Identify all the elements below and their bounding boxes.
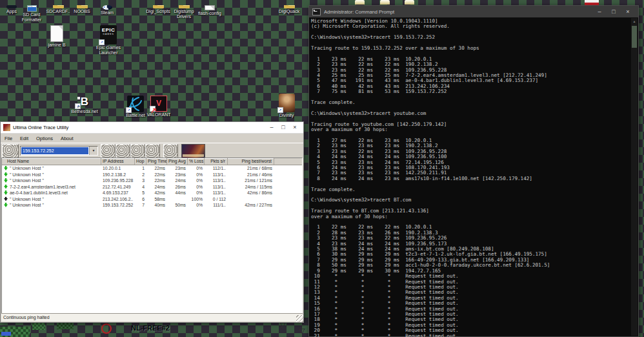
chevron-down-icon[interactable]: ▼ — [89, 147, 97, 155]
toolbar-sketch-button-3[interactable] — [130, 144, 145, 158]
ping-time-cell: 22ms — [146, 172, 167, 178]
minimize-button[interactable]: – — [592, 6, 607, 17]
hop-cell: 3 — [135, 178, 146, 184]
desktop-icon-divinity[interactable]: ↗ Divinity — [270, 94, 303, 118]
folder-icon[interactable] — [355, 0, 365, 5]
uo-banner-button[interactable] — [181, 144, 205, 158]
pkts-cell: 112/1.. — [205, 165, 228, 172]
title-bar[interactable]: Ultima Online Trace Utility – □ × — [1, 122, 303, 134]
toolbar-sketch-button-1[interactable] — [101, 144, 116, 158]
table-row[interactable]: " Unknown Host "213.242.106.2..658ms100%… — [2, 196, 302, 203]
desktop-icon-bethesda[interactable]: B↗ Bethesda.net — [68, 96, 101, 114]
loss-cell: 0% — [188, 190, 205, 196]
ping-time-cell: 22ms — [146, 165, 167, 172]
ping-time-cell: 58ms — [146, 196, 167, 203]
table-row[interactable]: " Unknown Host "109.236.95.228322ms24ms0… — [2, 178, 302, 184]
column-header-ip[interactable]: IP Address — [101, 158, 135, 165]
table-row[interactable]: " Unknown Host "159.153.72.252740ms50ms0… — [2, 202, 302, 209]
minimize-button[interactable]: – — [266, 123, 277, 132]
window-title: Administrator: Command Prompt — [324, 9, 592, 15]
host-name-cell: " Unknown Host " — [2, 196, 101, 203]
menu-about[interactable]: About — [57, 136, 77, 141]
host-ok-icon — [4, 190, 8, 195]
desktop-icon-valorant[interactable]: V↗ VALORANT — [142, 96, 176, 117]
menu-bar: File Edit Options About — [1, 134, 303, 143]
folder-icon[interactable] — [380, 0, 390, 5]
ping-avg-cell: 26ms — [167, 184, 188, 190]
menu-edit[interactable]: Edit — [16, 136, 32, 141]
host-name-cell: " Unknown Host " — [2, 202, 101, 209]
ping-avg-cell: 23ms — [167, 165, 188, 172]
console-text[interactable]: Microsoft Windows [Version 10.0.19043.11… — [309, 17, 638, 337]
host-name-cell: ae-0-4.bar1.dublin1.level3.net — [2, 190, 101, 196]
desktop-icon-flash-config[interactable]: flash-config — [193, 5, 226, 16]
table-row[interactable]: ae-0-4.bar1.dublin1.level3.net4.69.153.2… — [2, 190, 302, 196]
loss-cell: 0% — [188, 184, 205, 190]
menu-options[interactable]: Options — [32, 136, 57, 141]
host-ok-icon — [4, 172, 8, 177]
best-worst-cell: 21ms / 121ms — [228, 178, 274, 184]
scrollbar-thumb[interactable] — [632, 26, 637, 48]
bethesda-icon: B↗ — [76, 96, 93, 108]
host-name-cell: " Unknown Host " — [2, 178, 101, 184]
trace-utility-window: Ultima Online Trace Utility – □ × File E… — [0, 121, 304, 323]
table-row[interactable]: 7-2-2.ear4.amsterdam1.level3.net212.72.4… — [2, 184, 302, 190]
maximize-button[interactable]: □ — [277, 123, 289, 132]
resize-grip[interactable] — [296, 315, 303, 322]
column-header-pkts[interactable]: Pkts s/r — [205, 158, 228, 165]
command-prompt-window: Administrator: Command Prompt – □ × Micr… — [308, 5, 639, 337]
host-ok-icon — [4, 178, 8, 183]
steam-icon: ↗ — [103, 5, 112, 10]
column-header-loss[interactable]: % Loss — [188, 158, 205, 165]
maximize-button[interactable]: □ — [607, 6, 621, 17]
address-combobox[interactable]: 159.153.72.252 ▼ — [20, 146, 98, 156]
table-header: Host Name IP Address Hop Ping Time Ping … — [2, 158, 302, 165]
desktop-corner-label: NL-FREE#2 — [131, 324, 170, 332]
table-row[interactable]: " Unknown Host "10.20.0.1122ms23ms0%112/… — [2, 165, 302, 172]
toolbar-sketch-button-2[interactable] — [116, 144, 130, 158]
menu-file[interactable]: File — [1, 136, 16, 141]
address-input[interactable]: 159.153.72.252 — [21, 147, 88, 154]
title-bar[interactable]: Administrator: Command Prompt – □ × — [309, 6, 638, 17]
pixel-art-decoration — [32, 323, 45, 330]
best-worst-cell: 24ms / 115ms — [228, 184, 274, 190]
red-ring-icon — [101, 323, 112, 334]
column-header-hop[interactable]: Hop — [135, 158, 146, 165]
desktop-icon-jamine-b[interactable]: jamine B — [40, 25, 74, 48]
ip-cell: 109.236.95.228 — [101, 178, 135, 184]
trace-table-body: " Unknown Host "10.20.0.1122ms23ms0%112/… — [2, 165, 302, 209]
folder-icon — [179, 5, 190, 8]
desktop-icon-steam[interactable]: ↗ Steam — [90, 5, 124, 15]
hop-cell: 4 — [135, 184, 146, 190]
table-row[interactable]: " Unknown Host "190.2.138.2222ms23ms0%11… — [2, 172, 302, 178]
column-header-ping-time[interactable]: Ping Time — [146, 158, 167, 165]
ip-cell: 4.69.153.237 — [101, 190, 135, 196]
pkts-cell: 111/1.. — [205, 202, 228, 209]
ip-cell: 10.20.0.1 — [101, 165, 135, 172]
close-button[interactable]: × — [621, 6, 635, 17]
desktop-icon-digiquack[interactable]: DigiQuack — [272, 5, 306, 14]
hop-cell: 7 — [135, 202, 146, 209]
scroll-up-icon[interactable]: ▲ — [631, 18, 638, 25]
status-bar: Continuous ping halted — [1, 313, 303, 322]
toolbar-sketch-button-5[interactable] — [163, 144, 178, 158]
folder-icon — [77, 5, 88, 8]
file-icon — [50, 25, 63, 42]
toolbar-sketch-button-4[interactable] — [145, 144, 160, 158]
best-worst-cell: 42ms / 86ms — [228, 190, 274, 196]
loss-cell: 100% — [188, 196, 205, 203]
desktop-icon-epic-games[interactable]: EPIC GAMES ↗ Epic Games Launcher — [92, 25, 125, 56]
trace-sketch-button[interactable] — [2, 144, 19, 158]
sd-card-icon: ↗ — [27, 5, 37, 12]
hop-cell: 1 — [135, 165, 146, 172]
folder-icon[interactable] — [405, 0, 414, 5]
column-header-host[interactable]: Host Name — [2, 158, 101, 165]
column-header-ping-avg[interactable]: Ping Avg — [167, 158, 188, 165]
close-button[interactable]: × — [289, 123, 301, 132]
pkts-cell: 113/1.. — [205, 178, 228, 184]
host-ok-icon — [4, 166, 8, 170]
column-header-best-worst[interactable]: Ping best/worst — [228, 158, 274, 165]
host-ok-icon — [4, 203, 8, 207]
scrollbar[interactable]: ▲ — [631, 18, 638, 336]
host-name-cell: 7-2-2.ear4.amsterdam1.level3.net — [2, 184, 101, 190]
